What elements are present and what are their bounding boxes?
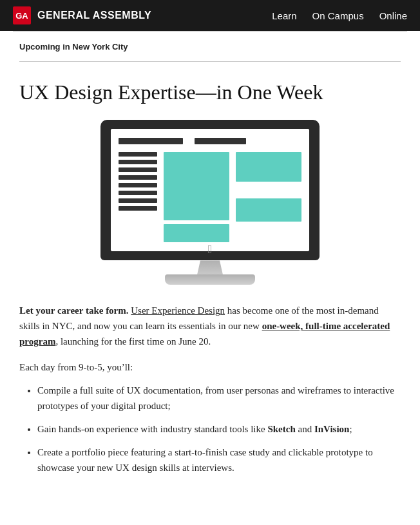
bullet-2-bold2: InVision [314, 424, 349, 434]
screen-line-2 [119, 160, 157, 164]
teal-block-mid-small [164, 224, 229, 242]
screen-top-bar [119, 138, 301, 144]
bullet-list: Compile a full suite of UX documentation… [19, 383, 401, 475]
nav: Learn On Campus Online [272, 10, 407, 21]
monitor-body:  [100, 120, 320, 260]
bullet-2-end: ; [349, 424, 352, 434]
screen-line-4 [119, 175, 157, 180]
screen-col-left [119, 152, 157, 242]
monitor-neck [194, 260, 226, 274]
screen-line-1 [119, 152, 157, 157]
screen-line-5 [119, 183, 157, 187]
screen-bar-med [195, 138, 246, 144]
body-paragraph: Let your career take form. User Experien… [19, 303, 401, 349]
main-content: UX Design Expertise—in One Week [0, 62, 420, 502]
daily-intro: Each day from 9-to-5, you’ll: [19, 359, 401, 375]
intro-bold: Let your career take form. [19, 305, 129, 316]
logo-badge: GA [13, 6, 31, 24]
header: GA GENERAL ASSEMBLY Learn On Campus Onli… [0, 0, 420, 31]
monitor-base [165, 274, 255, 285]
breadcrumb: Upcoming in New York City [0, 32, 420, 61]
monitor-wrap:  [100, 120, 320, 285]
screen-line-7 [119, 198, 157, 203]
apple-logo-icon:  [208, 243, 213, 256]
logo-area: GA GENERAL ASSEMBLY [13, 6, 272, 24]
bullet-2-start: Gain hands-on experience with industry s… [37, 424, 267, 434]
screen-spacer [236, 186, 301, 195]
list-item: Compile a full suite of UX documentation… [37, 383, 401, 414]
screen-col-mid [164, 152, 229, 242]
breadcrumb-text: Upcoming in New York City [19, 42, 128, 52]
body-text-2: , launching for the first time on June 2… [55, 336, 211, 347]
screen-col-right [236, 152, 301, 242]
screen-line-3 [119, 167, 157, 172]
page-title: UX Design Expertise—in One Week [19, 80, 401, 104]
bullet-1-text: Compile a full suite of UX documentation… [37, 385, 394, 411]
teal-block-right-bot [236, 198, 301, 222]
ux-design-link[interactable]: User Experience Design [131, 305, 225, 316]
bullet-2-mid: and [296, 424, 314, 434]
bullet-2-bold1: Sketch [267, 424, 295, 434]
screen-line-6 [119, 191, 157, 195]
list-item: Create a portfolio piece featuring a sta… [37, 444, 401, 475]
bullet-3-text: Create a portfolio piece featuring a sta… [37, 447, 373, 473]
screen-columns [119, 152, 301, 242]
teal-block-right-top [236, 152, 301, 182]
monitor-illustration:  [19, 120, 401, 285]
screen-bar-wide [119, 138, 183, 144]
nav-learn[interactable]: Learn [272, 10, 296, 21]
logo-text: GENERAL ASSEMBLY [37, 10, 151, 21]
monitor-screen [111, 129, 309, 251]
nav-online[interactable]: Online [379, 10, 407, 21]
teal-block-mid-tall [164, 152, 229, 220]
list-item: Gain hands-on experience with industry s… [37, 421, 401, 437]
screen-line-8 [119, 206, 157, 211]
nav-on-campus[interactable]: On Campus [312, 10, 364, 21]
